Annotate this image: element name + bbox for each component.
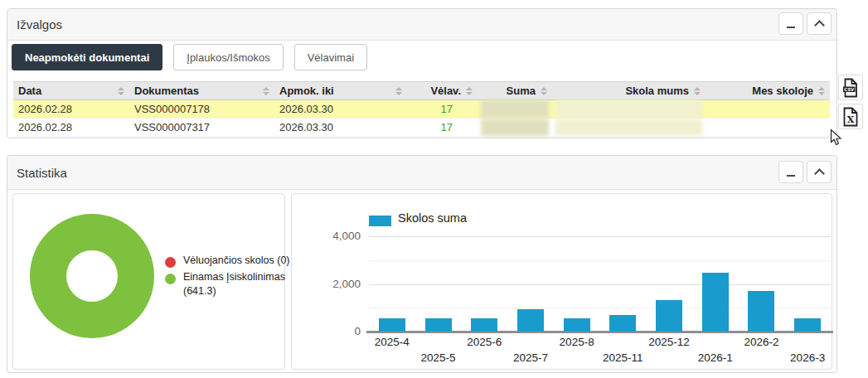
table-cell-data: 2026.02.28 xyxy=(13,100,129,118)
table-cell-dokumentas: VSS000007317 xyxy=(129,119,274,136)
redacted-value xyxy=(481,119,549,136)
sort-icon xyxy=(694,87,701,95)
column-label: Dokumentas xyxy=(134,85,199,97)
column-header-mes-skoloje[interactable]: Mes skoloje xyxy=(706,82,830,99)
statistika-panel-header: Statistika xyxy=(7,156,836,190)
legend-item: Vėluojančios skolos (0) xyxy=(165,254,303,268)
minimize-button[interactable] xyxy=(778,12,803,35)
x-axis-tick-label: 2026-3 xyxy=(776,351,839,364)
x-axis-tick-label: 2025-12 xyxy=(638,336,701,348)
mouse-cursor xyxy=(830,128,844,150)
column-header-data[interactable]: Data xyxy=(13,82,129,99)
gridline xyxy=(369,236,831,237)
table-header-row: DataDokumentasApmok. ikiVėlav.SumaSkola … xyxy=(13,81,830,100)
documents-table: DataDokumentasApmok. ikiVėlav.SumaSkola … xyxy=(13,81,830,137)
table-cell-skola-mums xyxy=(552,119,706,136)
gridline xyxy=(369,260,831,261)
bar-2025-5[interactable] xyxy=(425,318,452,332)
table-row[interactable]: 2026.02.28VSS0000073172026.03.3017 xyxy=(13,119,830,137)
donut-hole xyxy=(66,250,118,302)
x-axis-tick-label: 2026-1 xyxy=(684,351,747,364)
table-cell-apmok-iki: 2026.03.30 xyxy=(274,119,407,136)
column-label: Mes skoloje xyxy=(752,85,813,97)
tab-neapmoketi-dokumentai[interactable]: Neapmokėti dokumentai xyxy=(12,44,162,70)
sort-icon xyxy=(263,87,269,95)
column-header-v-lav[interactable]: Vėlav. xyxy=(407,82,478,99)
x-axis-tick-label: 2026-2 xyxy=(730,336,793,348)
csv-file-icon: CSV xyxy=(841,78,860,98)
izvalgos-panel-header: Ižvalgos xyxy=(7,9,836,41)
table-row[interactable]: 2026.02.28VSS0000071782026.03.3017 xyxy=(13,100,830,119)
bar-chart-plot: 02,0004,0002025-42025-52025-62025-72025-… xyxy=(292,194,832,369)
minimize-button[interactable] xyxy=(778,161,803,183)
donut-legend-dot xyxy=(165,274,176,284)
gridline xyxy=(369,284,831,285)
panel-title-izvalgos: Ižvalgos xyxy=(17,17,62,32)
table-cell-skola-mums xyxy=(552,100,706,118)
bar-2026-2[interactable] xyxy=(748,291,774,332)
table-cell-data: 2026.02.28 xyxy=(13,119,129,136)
table-cell-mes-skoloje xyxy=(706,119,830,136)
sort-icon xyxy=(466,87,473,95)
tab-velavimai[interactable]: Vėlavimai xyxy=(294,44,367,70)
x-axis-tick-label: 2025-6 xyxy=(453,336,516,348)
sort-icon xyxy=(118,87,124,95)
sort-icon xyxy=(818,87,825,95)
x-axis-tick-label: 2025-4 xyxy=(361,336,424,348)
collapse-button[interactable] xyxy=(807,12,832,35)
table-cell-v-lav: 17 xyxy=(407,119,478,136)
bar-2025-6[interactable] xyxy=(471,318,497,332)
bar-2025-12[interactable] xyxy=(656,300,682,332)
svg-text:X: X xyxy=(847,114,855,125)
column-header-suma[interactable]: Suma xyxy=(478,82,552,99)
y-axis-tick-label: 4,000 xyxy=(292,230,361,242)
table-cell-mes-skoloje xyxy=(706,100,830,118)
bar-2026-3[interactable] xyxy=(794,318,821,332)
redacted-value xyxy=(555,119,702,136)
statistika-panel: Statistika Vėluojančios skolos (0) Eina xyxy=(7,155,837,373)
export-csv-button[interactable]: CSV xyxy=(838,75,863,100)
donut-legend-dot xyxy=(165,257,176,268)
dashboard-page: Ižvalgos Neapmokėti dokumentai Įplaukos/… xyxy=(0,0,868,378)
table-cell-dokumentas: VSS000007178 xyxy=(129,100,274,118)
donut-chart xyxy=(30,214,154,338)
export-buttons: CSV X xyxy=(838,75,863,129)
legend-label: Einamas Įsiskolinimas (641.3) xyxy=(183,270,303,298)
panel-title-statistika: Statistika xyxy=(17,166,67,180)
collapse-button[interactable] xyxy=(807,161,832,183)
donut-legend: Vėluojančios skolos (0) Einamas Įsiskoli… xyxy=(165,254,303,298)
column-label: Apmok. iki xyxy=(279,85,334,97)
bar-2025-7[interactable] xyxy=(517,309,544,332)
bar-2026-1[interactable] xyxy=(702,273,729,332)
x-axis-tick-label: 2025-7 xyxy=(499,351,562,364)
column-header-apmok-iki[interactable]: Apmok. iki xyxy=(274,82,407,99)
export-excel-button[interactable]: X xyxy=(838,104,863,129)
column-header-skola-mums[interactable]: Skola mums xyxy=(552,82,706,99)
legend-label: Vėluojančios skolos (0) xyxy=(183,254,303,268)
column-label: Data xyxy=(18,85,41,97)
donut-chart-card: Vėluojančios skolos (0) Einamas Įsiskoli… xyxy=(12,193,285,370)
column-label: Suma xyxy=(507,85,536,97)
redacted-value xyxy=(555,100,702,118)
x-axis-tick-label: 2025-11 xyxy=(591,351,654,364)
chevron-up-icon xyxy=(814,168,825,179)
excel-file-icon: X xyxy=(841,107,860,127)
sort-icon xyxy=(395,87,402,95)
minimize-icon xyxy=(787,175,795,177)
minimize-icon xyxy=(787,27,795,28)
tab-iplaukos-ismokos[interactable]: Įplaukos/Išmokos xyxy=(173,44,283,70)
column-label: Vėlav. xyxy=(430,85,461,97)
bar-chart-card: Skolos suma 02,0004,0002025-42025-52025-… xyxy=(291,193,832,370)
table-cell-suma xyxy=(478,119,552,136)
bar-2025-4[interactable] xyxy=(379,318,405,332)
chevron-up-icon xyxy=(814,20,825,31)
legend-item: Einamas Įsiskolinimas (641.3) xyxy=(165,270,303,298)
x-axis-tick-label: 2025-8 xyxy=(546,336,609,348)
table-cell-v-lav: 17 xyxy=(407,100,478,118)
bar-2025-8[interactable] xyxy=(564,318,590,332)
column-label: Skola mums xyxy=(625,85,689,97)
column-header-dokumentas[interactable]: Dokumentas xyxy=(129,82,274,99)
y-axis-tick-label: 2,000 xyxy=(292,278,361,290)
bar-2025-11[interactable] xyxy=(609,315,636,332)
svg-text:CSV: CSV xyxy=(844,86,855,91)
